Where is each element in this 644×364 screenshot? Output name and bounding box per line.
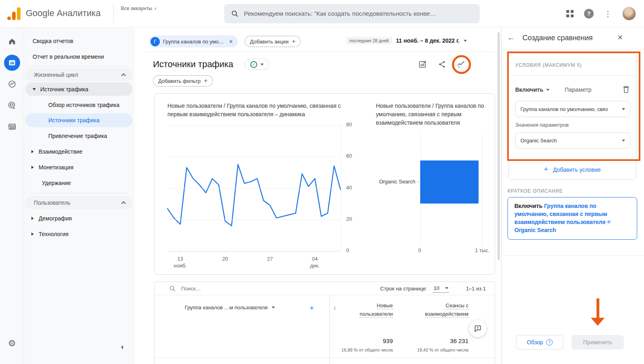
sort-descending-icon[interactable]: ↓ <box>333 304 336 311</box>
add-comparison-chip[interactable]: Добавить акции + <box>245 36 301 47</box>
bar-category-tick <box>417 182 419 182</box>
x-axis-label: 1 тыс. <box>475 247 489 253</box>
search-bar[interactable] <box>224 4 480 23</box>
caret-down-icon <box>546 89 549 91</box>
y-axis-label: 0 <box>346 247 360 253</box>
sidebar-item-label: Источник трафика <box>40 86 88 93</box>
metric-header-new-users[interactable]: Новые пользователи <box>345 301 393 318</box>
search-input[interactable] <box>244 10 473 17</box>
apps-grid-icon[interactable] <box>566 10 574 17</box>
caret-down-icon <box>272 306 275 308</box>
sidebar-item-demographics[interactable]: Демография <box>24 210 135 226</box>
sidebar-item-label: Обзор источников трафика <box>48 102 120 108</box>
add-condition-button[interactable]: + Добавить условие <box>509 165 636 174</box>
sidebar-section-label: Пользователь <box>34 199 70 206</box>
close-icon[interactable]: ✕ <box>229 39 233 45</box>
total-value: 939 <box>312 337 393 344</box>
reports-icon[interactable] <box>4 55 20 71</box>
sidebar-item-user-acquisition[interactable]: Привлечение трафика <box>24 128 135 144</box>
panel-footer: Обзор ? Применить <box>502 335 644 350</box>
sidebar-item-traffic-acquisition-active[interactable]: Источники трафика <box>25 113 132 127</box>
metric-total-engaged-sessions: 36 231 18,42 % от общего числа <box>388 337 469 352</box>
x-axis-tick <box>225 251 225 253</box>
add-filter-chip[interactable]: Добавить фильтр + <box>153 75 213 86</box>
add-condition-label: Добавить условие <box>553 167 601 173</box>
param-values-label: Значения параметров <box>515 122 569 128</box>
dimension-select[interactable]: Группа каналов по умолчанию, связ <box>515 101 630 117</box>
sidebar-item-realtime[interactable]: Отчет в реальном времени <box>24 49 135 64</box>
dimension-header-select[interactable]: Группа каналов …м пользователя <box>155 304 305 311</box>
sidebar-item-label: Монетизация <box>39 164 74 171</box>
overview-button-label: Обзор <box>527 339 543 345</box>
plus-icon: + <box>204 77 208 84</box>
line-chart-plot <box>167 120 341 255</box>
total-share: 18,42 % от общего числа <box>388 348 469 352</box>
customize-report-icon[interactable] <box>417 59 428 70</box>
ga-logo-icon <box>7 16 11 20</box>
insights-icon[interactable] <box>456 59 466 70</box>
chevron-up-icon <box>121 73 126 78</box>
dimension-column: Группа каналов …м пользователя + <box>155 296 330 364</box>
overview-button[interactable]: Обзор ? <box>516 335 564 350</box>
summary-include: Включить <box>514 203 544 209</box>
conditions-label: УСЛОВИЯ (МАКСИМУМ 5) <box>515 62 582 68</box>
bar-organic-search[interactable] <box>420 160 479 204</box>
help-icon[interactable]: ? <box>584 9 594 19</box>
x-axis-tick <box>180 251 181 253</box>
dimension-value-select-value: Organic Search <box>520 138 557 144</box>
back-arrow-icon[interactable]: ← <box>507 33 515 42</box>
condition-row: Включить Параметр <box>515 85 630 95</box>
dimension-value-select[interactable]: Organic Search <box>515 132 630 148</box>
filters-row: Г Группа каналов по умо… ✕ Добавить акци… <box>135 27 501 51</box>
sidebar-section-lifecycle[interactable]: Жизненный цикл <box>25 68 132 81</box>
explore-icon[interactable] <box>4 76 20 92</box>
share-icon[interactable] <box>437 59 447 70</box>
line-chart[interactable]: 80604020013нояб.202704дек. <box>167 120 369 273</box>
bar-chart[interactable] <box>420 133 482 246</box>
rows-per-page-select[interactable]: 10 <box>433 284 449 293</box>
summary-label: КРАТКОЕ ОПИСАНИЕ <box>508 188 563 194</box>
more-menu-icon[interactable]: ⋮ <box>604 10 612 18</box>
avatar[interactable] <box>622 7 636 21</box>
apply-button-disabled[interactable]: Применить <box>572 335 624 350</box>
feedback-button[interactable] <box>469 320 487 337</box>
sidebar-item-acquisition[interactable]: Источник трафика <box>25 82 132 96</box>
metric-header-engaged-sessions[interactable]: Сеансы с взаимодействием <box>408 301 469 318</box>
caret-right-icon <box>31 232 34 236</box>
comparison-chip[interactable]: Г Группа каналов по умо… ✕ <box>149 35 238 47</box>
y-axis-label: 80 <box>346 121 360 128</box>
date-range-picker[interactable]: последние 28 дней 11 нояб. – 8 дек. 2022… <box>346 37 467 44</box>
report-status-pill[interactable]: ✓ <box>244 59 269 70</box>
library-icon[interactable] <box>4 119 20 135</box>
settings-gear-icon[interactable]: ⚙ <box>0 338 24 349</box>
close-icon[interactable]: ✕ <box>617 33 623 42</box>
sidebar-item-monetization[interactable]: Монетизация <box>24 159 135 175</box>
sidebar-divider <box>30 66 129 66</box>
sidebar-item-label: Удержание <box>42 180 71 186</box>
metric-total-new-users: 939 16,88 % от общего числа <box>312 337 393 352</box>
delete-condition-icon[interactable] <box>623 85 630 95</box>
chart-gridline <box>482 133 483 246</box>
build-comparison-panel: ← Создание сравнения ✕ УСЛОВИЯ (МАКСИМУМ… <box>501 27 644 364</box>
sidebar-item-tech[interactable]: Технология <box>24 226 135 242</box>
advertising-icon[interactable] <box>4 97 20 113</box>
breadcrumb-all-accounts[interactable]: Все аккаунты › <box>121 5 156 11</box>
scrollbar[interactable] <box>497 32 500 260</box>
collapse-sidebar-icon[interactable]: ‹ <box>121 343 124 351</box>
chart-gridline <box>167 220 341 220</box>
total-share: 16,88 % от общего числа <box>312 348 393 352</box>
sidebar-item-snapshot[interactable]: Сводка отчетов <box>24 33 135 49</box>
sidebar-item-retention[interactable]: Удержание <box>24 175 135 191</box>
sidebar-item-label: Отчет в реальном времени <box>33 53 104 60</box>
sidebar-item-engagement[interactable]: Взаимодействие <box>24 144 135 159</box>
sidebar-item-acquisition-overview[interactable]: Обзор источников трафика <box>24 97 135 113</box>
home-icon[interactable] <box>4 33 20 49</box>
panel-header: ← Создание сравнения ✕ <box>502 27 644 49</box>
sidebar-item-label: Привлечение трафика <box>48 133 107 139</box>
sidebar-section-user[interactable]: Пользователь <box>25 196 132 209</box>
google-analytics-logo[interactable] <box>7 6 21 20</box>
add-dimension-icon[interactable]: + <box>310 304 314 313</box>
table-search-input[interactable] <box>181 286 302 292</box>
pagination-range: 1–1 из 1 <box>466 286 486 292</box>
include-select[interactable]: Включить <box>515 86 543 93</box>
